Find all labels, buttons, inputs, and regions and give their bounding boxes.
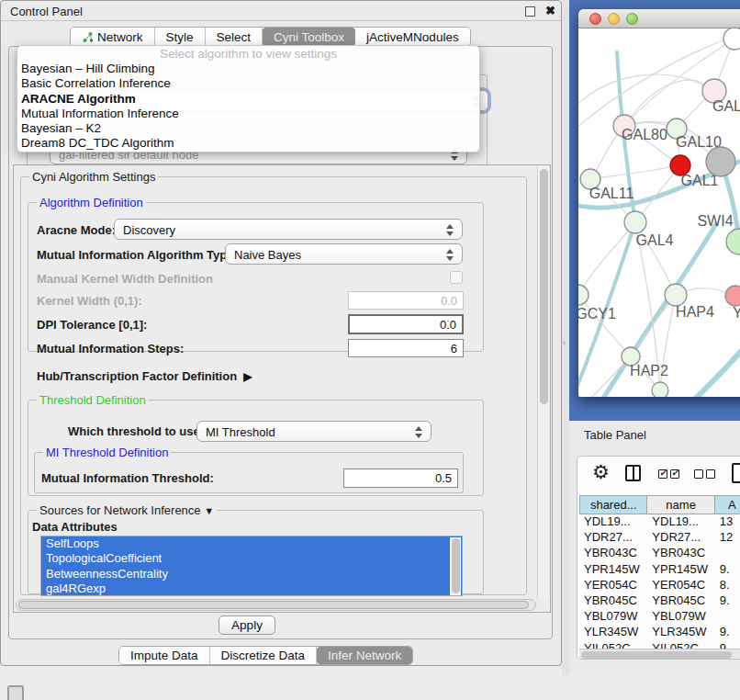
tab-label: Select: [217, 30, 252, 44]
table-cell: 9.: [715, 562, 740, 578]
table-cell: YLR345W: [579, 625, 647, 640]
tab-impute-data[interactable]: Impute Data: [119, 647, 210, 664]
tab-label: Style: [166, 30, 194, 44]
float-window-icon[interactable]: [525, 6, 535, 17]
network-edge[interactable]: [578, 295, 631, 356]
algorithm-option-mutual-information-inference[interactable]: Mutual Information Inference: [17, 107, 479, 121]
algorithm-option-bayesian-hill-climbing[interactable]: Bayesian – Hill Climbing: [17, 62, 479, 76]
aracne-mode-select[interactable]: Discovery: [114, 219, 463, 240]
zoom-window-icon[interactable]: [626, 13, 638, 25]
network-edge[interactable]: [666, 335, 740, 397]
table-cell: [715, 546, 740, 561]
network-node-gal4[interactable]: [624, 211, 646, 233]
node-label: Y: [733, 305, 740, 321]
table-row[interactable]: YDL19...YDL19...13: [579, 514, 740, 530]
table-row[interactable]: YER054CYER054C8.: [579, 578, 740, 593]
table-cell: 8.: [715, 578, 740, 593]
deselect-checkboxes-icon[interactable]: [694, 469, 715, 479]
splitter-collapse-icon[interactable]: ‹: [563, 338, 566, 347]
algorithm-option-basic-correlation-inference[interactable]: Basic Correlation Inference: [17, 76, 479, 91]
network-window-titlebar[interactable]: [578, 9, 740, 28]
network-edge[interactable]: [590, 165, 680, 179]
table-row[interactable]: YBR045CYBR045C9.: [579, 593, 740, 609]
column-header-a[interactable]: A: [715, 495, 740, 514]
network-node-swi4[interactable]: [726, 229, 740, 254]
attribute-item-selfloops[interactable]: SelfLoops: [41, 536, 462, 551]
network-canvas[interactable]: GALGAL80GAL10GAL1GAL11GAL4SWI4GCY1HAP4YH…: [578, 28, 740, 397]
sources-group-title[interactable]: Sources for Network Inference ▼: [37, 503, 217, 517]
node-label: HAP2: [630, 363, 668, 378]
attribute-item-betweennesscentrality[interactable]: BetweennessCentrality: [41, 567, 462, 581]
data-attributes-list: SelfLoopsTopologicalCoefficientBetweenne…: [40, 536, 463, 596]
scrollbar-thumb[interactable]: [18, 601, 529, 609]
close-window-icon[interactable]: [589, 13, 601, 25]
split-columns-icon[interactable]: [625, 465, 641, 481]
network-node-hap4[interactable]: [665, 284, 687, 306]
attribute-item-topologicalcoefficient[interactable]: TopologicalCoefficient: [41, 551, 462, 566]
tab-cyni-toolbox[interactable]: Cyni Toolbox: [263, 28, 355, 46]
tab-network[interactable]: Network: [71, 28, 155, 46]
tab-select[interactable]: Select: [206, 28, 263, 46]
settings-vertical-scrollbar[interactable]: [537, 166, 549, 598]
scrollbar-thumb[interactable]: [452, 538, 460, 593]
column-header-shared-[interactable]: shared...: [579, 495, 647, 514]
select-checkboxes-icon[interactable]: [658, 469, 679, 479]
stepper-arrows-icon: [415, 425, 423, 439]
close-panel-icon[interactable]: ✖: [545, 4, 555, 17]
dpi-tolerance-field[interactable]: 0.0: [348, 314, 464, 334]
cyni-algorithm-settings-title: Cyni Algorithm Settings: [29, 170, 158, 184]
table-row[interactable]: YBR043CYBR043C: [579, 546, 740, 561]
network-node-gcy1[interactable]: [578, 285, 589, 305]
tab-label: Discretize Data: [221, 649, 306, 662]
settings-gear-icon[interactable]: ⚙: [592, 461, 610, 483]
new-document-icon[interactable]: [732, 463, 740, 483]
table-row[interactable]: YPR145WYPR145W9.: [579, 562, 740, 578]
stepper-arrows-icon: [446, 248, 454, 262]
attribute-list-scrollbar[interactable]: [450, 537, 461, 595]
tab-infer-network[interactable]: Infer Network: [317, 647, 412, 664]
algorithm-option-aracne-algorithm[interactable]: ARACNE Algorithm: [17, 92, 479, 107]
network-node[interactable]: [652, 382, 668, 397]
network-node[interactable]: [723, 28, 740, 50]
scrollbar-thumb[interactable]: [540, 169, 548, 404]
table-row[interactable]: YLR345WYLR345W9.: [579, 625, 740, 640]
mi-type-select[interactable]: Naive Bayes: [225, 243, 463, 265]
network-node[interactable]: [706, 147, 735, 176]
table-row[interactable]: YIL052CYIL052C9: [579, 641, 740, 649]
algorithm-option-bayesian-k2[interactable]: Bayesian – K2: [17, 121, 479, 136]
tab-jactivemnodules[interactable]: jActiveMNodules: [355, 28, 470, 46]
node-label: GAL4: [636, 232, 674, 248]
attribute-item-gal4rgexp[interactable]: gal4RGexp: [41, 581, 462, 596]
control-panel-titlebar: Control Panel ✖: [1, 1, 561, 21]
table-cell: YBR043C: [579, 546, 647, 561]
hub-definition-toggle[interactable]: Hub/Transcription Factor Definition ▶: [37, 369, 252, 383]
network-node-y[interactable]: [725, 286, 740, 306]
tab-style[interactable]: Style: [155, 28, 206, 46]
tab-label: Infer Network: [328, 649, 401, 662]
mi-steps-field[interactable]: 6: [348, 339, 464, 357]
table-cell: YER054C: [647, 578, 714, 593]
table-row[interactable]: YBL079WYBL079W: [579, 609, 740, 625]
minimize-window-icon[interactable]: [608, 13, 620, 25]
minimized-panel-icon[interactable]: [7, 685, 24, 700]
node-table: shared...nameA YDL19...YDL19...13YDR27..…: [579, 495, 740, 649]
collapsed-arrow-icon: ▶: [243, 370, 252, 383]
panel-splitter[interactable]: ‹: [562, 0, 569, 675]
algorithm-option-dream8-dc-tdc-algorithm[interactable]: Dream8 DC_TDC Algorithm: [17, 136, 479, 151]
scrollbar-thumb[interactable]: [581, 651, 732, 659]
table-horizontal-scrollbar[interactable]: [579, 649, 740, 660]
settings-horizontal-scrollbar[interactable]: [16, 599, 536, 611]
which-threshold-select[interactable]: MI Threshold: [196, 421, 432, 442]
node-label: SWI4: [697, 213, 733, 229]
algorithm-dropdown-prompt: Select algorithm to view settings: [17, 46, 479, 62]
tab-discretize-data[interactable]: Discretize Data: [210, 647, 318, 664]
apply-button[interactable]: Apply: [219, 615, 275, 635]
table-row[interactable]: YDR27...YDR27...12: [579, 530, 740, 546]
mi-threshold-field[interactable]: 0.5: [343, 469, 458, 488]
table-cell: YBR045C: [579, 593, 647, 609]
manual-kernel-checkbox: [450, 271, 463, 284]
kernel-width-field: 0.0: [348, 291, 464, 310]
column-header-name[interactable]: name: [647, 495, 714, 514]
table-cell: YPR145W: [579, 562, 647, 578]
network-edge[interactable]: [578, 222, 635, 295]
